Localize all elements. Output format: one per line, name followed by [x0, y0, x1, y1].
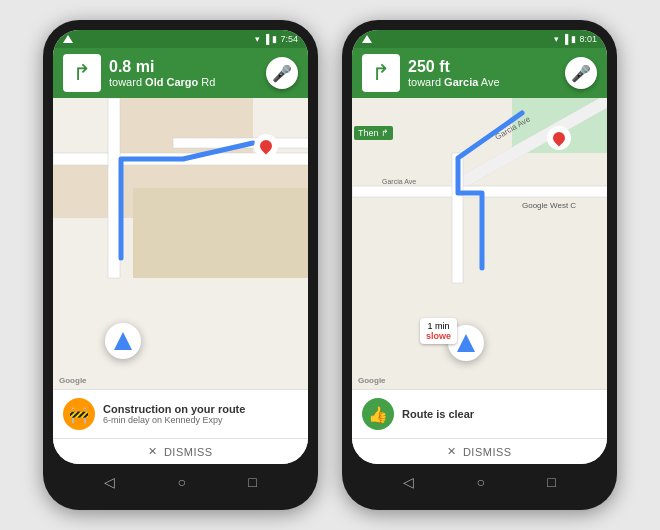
- signal-icon-2: ▐: [263, 34, 269, 44]
- battery-icon-2: ▮: [571, 34, 576, 44]
- svg-text:Google West C: Google West C: [522, 201, 576, 210]
- arrow-up-icon-2: [457, 334, 475, 352]
- nav-distance-1: 0.8 mi: [109, 58, 258, 76]
- nav-header-1: ↰ 0.8 mi toward Old Cargo Rd 🎤: [53, 48, 308, 98]
- nav-toward-2: toward Garcia Ave: [408, 76, 557, 88]
- svg-text:Garcia Ave: Garcia Ave: [382, 178, 416, 185]
- nav-info-1: 0.8 mi toward Old Cargo Rd: [109, 58, 258, 88]
- map-area-1: Google: [53, 98, 308, 389]
- red-pin-2: [547, 126, 571, 150]
- phone-1: ▾ ▐ ▮ 7:54 ↰ 0.8 mi toward Old Cargo Rd …: [43, 20, 318, 510]
- wifi-icon: ▾: [255, 34, 260, 44]
- dismiss-label-2: DISMISS: [463, 446, 512, 458]
- status-right: ▾ ▐ ▮ 7:54: [255, 34, 298, 44]
- location-marker-1: [105, 323, 141, 359]
- nav-square-2[interactable]: □: [547, 474, 555, 490]
- nav-back-2[interactable]: ◁: [403, 474, 414, 490]
- alert-text-2: Route is clear: [402, 408, 597, 420]
- phone-nav-1: ◁ ○ □: [53, 464, 308, 500]
- alert-icon-1: 🚧: [63, 398, 95, 430]
- nav-square-1[interactable]: □: [248, 474, 256, 490]
- signal-icon: [63, 35, 73, 43]
- phone-1-screen: ▾ ▐ ▮ 7:54 ↰ 0.8 mi toward Old Cargo Rd …: [53, 30, 308, 464]
- alert-icon-2: 👍: [362, 398, 394, 430]
- alert-title-1: Construction on your route: [103, 403, 298, 415]
- then-label: Then: [358, 128, 379, 138]
- battery-icon: ▮: [272, 34, 277, 44]
- nav-toward-1: toward Old Cargo Rd: [109, 76, 258, 88]
- then-indicator: Then ↱: [354, 126, 393, 140]
- mic-icon-1: 🎤: [272, 64, 292, 83]
- status-bar-2: ▾ ▐ ▮ 8:01: [352, 30, 607, 48]
- alert-text-1: Construction on your route 6-min delay o…: [103, 403, 298, 425]
- dismiss-bar-1[interactable]: ✕ DISMISS: [53, 438, 308, 464]
- signal-icon-p2-2: ▐: [562, 34, 568, 44]
- nav-info-2: 250 ft toward Garcia Ave: [408, 58, 557, 88]
- mic-icon-2: 🎤: [571, 64, 591, 83]
- turn-arrow-icon-2: ↰: [372, 60, 390, 86]
- wifi-icon-2: ▾: [554, 34, 559, 44]
- google-mark-2: Google: [358, 376, 386, 385]
- phone-2-screen: ▾ ▐ ▮ 8:01 ↰ 250 ft toward Garcia Ave 🎤: [352, 30, 607, 464]
- dismiss-x-1: ✕: [148, 445, 158, 458]
- nav-back-1[interactable]: ◁: [104, 474, 115, 490]
- time-display-1: 7:54: [280, 34, 298, 44]
- nav-home-2[interactable]: ○: [477, 474, 485, 490]
- svg-rect-4: [108, 98, 120, 278]
- status-bar-1: ▾ ▐ ▮ 7:54: [53, 30, 308, 48]
- dismiss-x-2: ✕: [447, 445, 457, 458]
- dismiss-label-1: DISMISS: [164, 446, 213, 458]
- map-bg-2: Garcia Ave Garcia Ave Google West C Then…: [352, 98, 607, 389]
- turn-arrow-box-1: ↰: [63, 54, 101, 92]
- traffic-line1: 1 min: [426, 321, 451, 331]
- alert-bar-1: 🚧 Construction on your route 6-min delay…: [53, 389, 308, 438]
- dismiss-bar-2[interactable]: ✕ DISMISS: [352, 438, 607, 464]
- nav-home-1[interactable]: ○: [178, 474, 186, 490]
- phone-nav-2: ◁ ○ □: [352, 464, 607, 500]
- alert-sub-1: 6-min delay on Kennedy Expy: [103, 415, 298, 425]
- red-pin-1: [254, 134, 278, 158]
- alert-bar-2: 👍 Route is clear: [352, 389, 607, 438]
- mic-button-1[interactable]: 🎤: [266, 57, 298, 89]
- arrow-up-icon-1: [114, 332, 132, 350]
- phone-2: ▾ ▐ ▮ 8:01 ↰ 250 ft toward Garcia Ave 🎤: [342, 20, 617, 510]
- turn-arrow-box-2: ↰: [362, 54, 400, 92]
- traffic-line2: slowe: [426, 331, 451, 341]
- turn-arrow-icon-1: ↰: [73, 60, 91, 86]
- map-area-2: Garcia Ave Garcia Ave Google West C Then…: [352, 98, 607, 389]
- map-bg-1: Google: [53, 98, 308, 389]
- alert-title-2: Route is clear: [402, 408, 597, 420]
- google-mark-1: Google: [59, 376, 87, 385]
- traffic-popup: 1 min slowe: [420, 318, 457, 344]
- status-right-2: ▾ ▐ ▮ 8:01: [554, 34, 597, 44]
- mic-button-2[interactable]: 🎤: [565, 57, 597, 89]
- svg-rect-2: [133, 188, 308, 278]
- time-display-2: 8:01: [579, 34, 597, 44]
- then-arrow-icon: ↱: [381, 128, 389, 138]
- signal-icon-p2: [362, 35, 372, 43]
- nav-distance-2: 250 ft: [408, 58, 557, 76]
- nav-header-2: ↰ 250 ft toward Garcia Ave 🎤: [352, 48, 607, 98]
